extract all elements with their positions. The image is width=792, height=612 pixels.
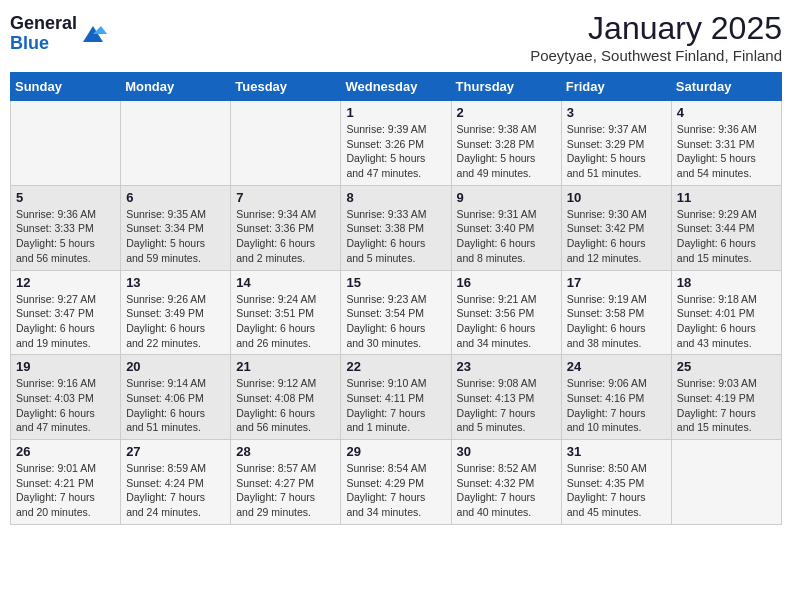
- calendar-day-6: 6Sunrise: 9:35 AM Sunset: 3:34 PM Daylig…: [121, 185, 231, 270]
- day-info: Sunrise: 9:14 AM Sunset: 4:06 PM Dayligh…: [126, 376, 225, 435]
- calendar-day-26: 26Sunrise: 9:01 AM Sunset: 4:21 PM Dayli…: [11, 440, 121, 525]
- day-info: Sunrise: 9:36 AM Sunset: 3:33 PM Dayligh…: [16, 207, 115, 266]
- calendar-day-18: 18Sunrise: 9:18 AM Sunset: 4:01 PM Dayli…: [671, 270, 781, 355]
- day-number: 25: [677, 359, 776, 374]
- calendar-day-23: 23Sunrise: 9:08 AM Sunset: 4:13 PM Dayli…: [451, 355, 561, 440]
- day-info: Sunrise: 9:37 AM Sunset: 3:29 PM Dayligh…: [567, 122, 666, 181]
- day-info: Sunrise: 9:08 AM Sunset: 4:13 PM Dayligh…: [457, 376, 556, 435]
- calendar-day-19: 19Sunrise: 9:16 AM Sunset: 4:03 PM Dayli…: [11, 355, 121, 440]
- day-number: 16: [457, 275, 556, 290]
- day-number: 22: [346, 359, 445, 374]
- day-number: 10: [567, 190, 666, 205]
- day-info: Sunrise: 9:35 AM Sunset: 3:34 PM Dayligh…: [126, 207, 225, 266]
- calendar-day-29: 29Sunrise: 8:54 AM Sunset: 4:29 PM Dayli…: [341, 440, 451, 525]
- day-info: Sunrise: 9:31 AM Sunset: 3:40 PM Dayligh…: [457, 207, 556, 266]
- day-number: 17: [567, 275, 666, 290]
- calendar-day-11: 11Sunrise: 9:29 AM Sunset: 3:44 PM Dayli…: [671, 185, 781, 270]
- day-info: Sunrise: 9:16 AM Sunset: 4:03 PM Dayligh…: [16, 376, 115, 435]
- logo-icon: [79, 20, 107, 48]
- day-number: 13: [126, 275, 225, 290]
- day-number: 12: [16, 275, 115, 290]
- weekday-saturday: Saturday: [671, 73, 781, 101]
- empty-cell: [11, 101, 121, 186]
- calendar-day-15: 15Sunrise: 9:23 AM Sunset: 3:54 PM Dayli…: [341, 270, 451, 355]
- calendar-day-30: 30Sunrise: 8:52 AM Sunset: 4:32 PM Dayli…: [451, 440, 561, 525]
- day-info: Sunrise: 9:12 AM Sunset: 4:08 PM Dayligh…: [236, 376, 335, 435]
- day-number: 26: [16, 444, 115, 459]
- calendar-day-4: 4Sunrise: 9:36 AM Sunset: 3:31 PM Daylig…: [671, 101, 781, 186]
- calendar-table: SundayMondayTuesdayWednesdayThursdayFrid…: [10, 72, 782, 525]
- day-number: 7: [236, 190, 335, 205]
- day-number: 6: [126, 190, 225, 205]
- day-info: Sunrise: 9:38 AM Sunset: 3:28 PM Dayligh…: [457, 122, 556, 181]
- day-number: 19: [16, 359, 115, 374]
- day-info: Sunrise: 8:52 AM Sunset: 4:32 PM Dayligh…: [457, 461, 556, 520]
- calendar-day-16: 16Sunrise: 9:21 AM Sunset: 3:56 PM Dayli…: [451, 270, 561, 355]
- day-number: 9: [457, 190, 556, 205]
- calendar-day-5: 5Sunrise: 9:36 AM Sunset: 3:33 PM Daylig…: [11, 185, 121, 270]
- calendar-day-31: 31Sunrise: 8:50 AM Sunset: 4:35 PM Dayli…: [561, 440, 671, 525]
- weekday-tuesday: Tuesday: [231, 73, 341, 101]
- day-number: 5: [16, 190, 115, 205]
- calendar-week-5: 26Sunrise: 9:01 AM Sunset: 4:21 PM Dayli…: [11, 440, 782, 525]
- weekday-header-row: SundayMondayTuesdayWednesdayThursdayFrid…: [11, 73, 782, 101]
- day-info: Sunrise: 9:34 AM Sunset: 3:36 PM Dayligh…: [236, 207, 335, 266]
- calendar-day-20: 20Sunrise: 9:14 AM Sunset: 4:06 PM Dayli…: [121, 355, 231, 440]
- empty-cell: [231, 101, 341, 186]
- calendar-day-13: 13Sunrise: 9:26 AM Sunset: 3:49 PM Dayli…: [121, 270, 231, 355]
- day-info: Sunrise: 9:01 AM Sunset: 4:21 PM Dayligh…: [16, 461, 115, 520]
- day-number: 27: [126, 444, 225, 459]
- day-info: Sunrise: 9:33 AM Sunset: 3:38 PM Dayligh…: [346, 207, 445, 266]
- logo-general: General: [10, 14, 77, 34]
- day-info: Sunrise: 9:26 AM Sunset: 3:49 PM Dayligh…: [126, 292, 225, 351]
- day-number: 29: [346, 444, 445, 459]
- weekday-thursday: Thursday: [451, 73, 561, 101]
- day-number: 11: [677, 190, 776, 205]
- calendar-day-28: 28Sunrise: 8:57 AM Sunset: 4:27 PM Dayli…: [231, 440, 341, 525]
- day-number: 14: [236, 275, 335, 290]
- day-info: Sunrise: 9:39 AM Sunset: 3:26 PM Dayligh…: [346, 122, 445, 181]
- day-info: Sunrise: 8:57 AM Sunset: 4:27 PM Dayligh…: [236, 461, 335, 520]
- calendar-week-3: 12Sunrise: 9:27 AM Sunset: 3:47 PM Dayli…: [11, 270, 782, 355]
- day-number: 23: [457, 359, 556, 374]
- day-number: 21: [236, 359, 335, 374]
- logo-blue: Blue: [10, 34, 77, 54]
- day-number: 4: [677, 105, 776, 120]
- day-info: Sunrise: 9:27 AM Sunset: 3:47 PM Dayligh…: [16, 292, 115, 351]
- calendar-day-25: 25Sunrise: 9:03 AM Sunset: 4:19 PM Dayli…: [671, 355, 781, 440]
- logo-text: General Blue: [10, 14, 77, 54]
- weekday-sunday: Sunday: [11, 73, 121, 101]
- day-number: 28: [236, 444, 335, 459]
- day-info: Sunrise: 8:59 AM Sunset: 4:24 PM Dayligh…: [126, 461, 225, 520]
- day-number: 18: [677, 275, 776, 290]
- calendar-week-2: 5Sunrise: 9:36 AM Sunset: 3:33 PM Daylig…: [11, 185, 782, 270]
- day-number: 20: [126, 359, 225, 374]
- calendar-week-1: 1Sunrise: 9:39 AM Sunset: 3:26 PM Daylig…: [11, 101, 782, 186]
- calendar-day-7: 7Sunrise: 9:34 AM Sunset: 3:36 PM Daylig…: [231, 185, 341, 270]
- day-info: Sunrise: 9:18 AM Sunset: 4:01 PM Dayligh…: [677, 292, 776, 351]
- day-number: 2: [457, 105, 556, 120]
- calendar-day-10: 10Sunrise: 9:30 AM Sunset: 3:42 PM Dayli…: [561, 185, 671, 270]
- calendar-day-24: 24Sunrise: 9:06 AM Sunset: 4:16 PM Dayli…: [561, 355, 671, 440]
- calendar-day-27: 27Sunrise: 8:59 AM Sunset: 4:24 PM Dayli…: [121, 440, 231, 525]
- day-info: Sunrise: 9:36 AM Sunset: 3:31 PM Dayligh…: [677, 122, 776, 181]
- page-header: General Blue January 2025 Poeytyae, Sout…: [10, 10, 782, 64]
- day-info: Sunrise: 9:24 AM Sunset: 3:51 PM Dayligh…: [236, 292, 335, 351]
- day-info: Sunrise: 9:19 AM Sunset: 3:58 PM Dayligh…: [567, 292, 666, 351]
- calendar-day-14: 14Sunrise: 9:24 AM Sunset: 3:51 PM Dayli…: [231, 270, 341, 355]
- weekday-monday: Monday: [121, 73, 231, 101]
- day-number: 30: [457, 444, 556, 459]
- day-info: Sunrise: 9:10 AM Sunset: 4:11 PM Dayligh…: [346, 376, 445, 435]
- calendar-day-22: 22Sunrise: 9:10 AM Sunset: 4:11 PM Dayli…: [341, 355, 451, 440]
- day-info: Sunrise: 9:06 AM Sunset: 4:16 PM Dayligh…: [567, 376, 666, 435]
- weekday-wednesday: Wednesday: [341, 73, 451, 101]
- day-info: Sunrise: 9:21 AM Sunset: 3:56 PM Dayligh…: [457, 292, 556, 351]
- day-info: Sunrise: 9:23 AM Sunset: 3:54 PM Dayligh…: [346, 292, 445, 351]
- calendar-week-4: 19Sunrise: 9:16 AM Sunset: 4:03 PM Dayli…: [11, 355, 782, 440]
- day-number: 8: [346, 190, 445, 205]
- month-title: January 2025: [530, 10, 782, 47]
- calendar-day-8: 8Sunrise: 9:33 AM Sunset: 3:38 PM Daylig…: [341, 185, 451, 270]
- day-number: 3: [567, 105, 666, 120]
- day-info: Sunrise: 9:29 AM Sunset: 3:44 PM Dayligh…: [677, 207, 776, 266]
- calendar-day-1: 1Sunrise: 9:39 AM Sunset: 3:26 PM Daylig…: [341, 101, 451, 186]
